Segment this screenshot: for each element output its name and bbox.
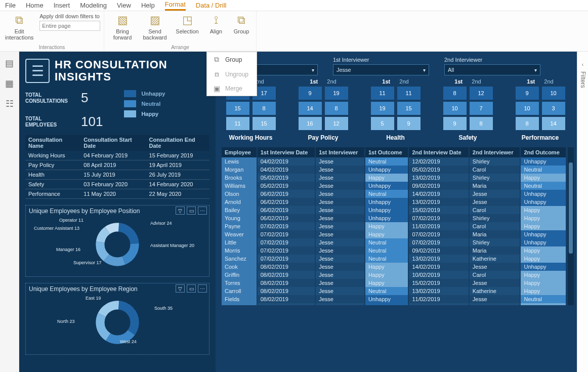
dt-header[interactable]: 2nd Outcome xyxy=(520,147,566,157)
table-row[interactable]: Payne07/02/2019JesseHappy11/02/2019Carol… xyxy=(222,222,566,230)
table-row[interactable]: Lewis04/02/2019JesseNeutral12/02/2019Shi… xyxy=(222,157,566,166)
matrix-cell[interactable]: 8 xyxy=(325,102,348,115)
filters-pane-collapsed[interactable]: ‹ Filters xyxy=(577,52,588,372)
bring-forward-button[interactable]: ▧ Bring forward xyxy=(109,13,136,40)
card1-focus-icon[interactable]: ▭ xyxy=(187,206,196,215)
card-employee-region[interactable]: Unique Employees by Employee Region ▽ ▭ … xyxy=(25,283,209,355)
table-row[interactable]: Young06/02/2019JesseUnhappy07/02/2019Shi… xyxy=(222,214,566,222)
matrix-cell[interactable]: 15 xyxy=(397,102,421,115)
outcome-matrix[interactable]: 1st2nd14151117815Working Hours1st2nd9141… xyxy=(222,78,574,141)
matrix-cell[interactable]: 8 xyxy=(470,117,493,130)
popup-merge[interactable]: ▣ Merge xyxy=(207,81,257,96)
table-row[interactable]: Arnold06/02/2019JesseUnhappy13/02/2019Je… xyxy=(222,198,566,206)
menu-view[interactable]: View xyxy=(117,2,131,9)
table-row[interactable]: Price08/02/2019JesseUnhappy11/02/2019Shi… xyxy=(222,303,566,305)
card-employee-position[interactable]: Unique Employees by Employee Position ▽ … xyxy=(25,205,209,277)
dt-header[interactable]: 2nd Interview Date xyxy=(408,147,469,157)
matrix-cell[interactable]: 15 xyxy=(226,102,249,115)
table-row[interactable]: Cook08/02/2019JesseHappy14/02/2019JesseU… xyxy=(222,263,566,271)
matrix-cell[interactable]: 19 xyxy=(325,87,348,100)
matrix-cell[interactable]: 7 xyxy=(470,102,493,115)
report-view-icon[interactable]: ▤ xyxy=(5,58,14,69)
card2-more-icon[interactable]: ⋯ xyxy=(198,284,207,293)
align-button[interactable]: ⟟ Align xyxy=(206,13,226,34)
matrix-cell[interactable]: 8 xyxy=(253,102,276,115)
matrix-cell[interactable]: 12 xyxy=(470,87,493,100)
card1-filter-icon[interactable]: ▽ xyxy=(176,206,185,215)
card1-more-icon[interactable]: ⋯ xyxy=(198,206,207,215)
matrix-cell[interactable]: 9 xyxy=(443,117,467,130)
drill-filters-input[interactable] xyxy=(39,21,100,31)
table-row[interactable]: Safety03 February 202014 February 2020 xyxy=(25,180,209,189)
table-row[interactable]: Sanchez07/02/2019JesseNeutral13/02/2019K… xyxy=(222,255,566,263)
table-row[interactable]: Performance11 May 202022 May 2020 xyxy=(25,189,209,199)
table-row[interactable]: Bailey06/02/2019JesseUnhappy15/02/2019Ca… xyxy=(222,206,566,214)
matrix-cell[interactable]: 14 xyxy=(299,102,322,115)
scrollbar-thumb[interactable] xyxy=(569,162,573,254)
matrix-cell[interactable]: 5 xyxy=(371,117,394,130)
table-row[interactable]: Little07/02/2019JesseNeutral07/02/2019Sh… xyxy=(222,238,566,246)
matrix-cell[interactable]: 10 xyxy=(516,102,539,115)
menu-data-drill[interactable]: Data / Drill xyxy=(196,2,227,9)
matrix-cell[interactable]: 16 xyxy=(299,117,322,130)
table-row[interactable]: Health15 July 201926 July 2019 xyxy=(25,170,209,180)
matrix-cell[interactable]: 11 xyxy=(371,87,394,100)
matrix-cell[interactable]: 12 xyxy=(325,117,348,130)
slicer-2nd[interactable]: All ▾ xyxy=(444,64,540,75)
table-row[interactable]: Olson06/02/2019JesseNeutral14/02/2019Jes… xyxy=(222,190,566,198)
matrix-cell[interactable]: 3 xyxy=(542,102,565,115)
card2-filter-icon[interactable]: ▽ xyxy=(176,284,185,293)
interview-table[interactable]: Employee1st Interview Date1st Interviewe… xyxy=(222,147,567,305)
menu-help[interactable]: Help xyxy=(141,2,155,9)
matrix-cell[interactable]: 10 xyxy=(542,87,565,100)
cons-header[interactable]: Consultation Start Date xyxy=(80,135,146,151)
matrix-cell[interactable]: 14 xyxy=(542,117,565,130)
dt-header[interactable]: 2nd Interviewer xyxy=(469,147,521,157)
matrix-cell[interactable]: 9 xyxy=(397,117,421,130)
card2-focus-icon[interactable]: ▭ xyxy=(187,284,196,293)
table-row[interactable]: Griffin08/02/2019JesseHappy10/02/2019Car… xyxy=(222,271,566,279)
data-view-icon[interactable]: ▦ xyxy=(5,78,14,89)
matrix-column[interactable]: 1st2nd81091278Safety xyxy=(439,78,497,141)
cons-header[interactable]: Consultation End Date xyxy=(146,135,209,151)
popup-group[interactable]: ⧉ Group xyxy=(207,52,257,67)
selection-pane-button[interactable]: ◳ Selection xyxy=(174,13,200,34)
matrix-cell[interactable]: 8 xyxy=(443,87,467,100)
dt-header[interactable]: 1st Interview Date xyxy=(257,147,315,157)
table-row[interactable]: Williams05/02/2019JesseUnhappy09/02/2019… xyxy=(222,182,566,190)
edit-interactions-button[interactable]: ⧉ Edit interactions xyxy=(5,13,33,40)
matrix-cell[interactable]: 15 xyxy=(253,117,276,130)
table-row[interactable]: Torres08/02/2019JesseHappy15/02/2019Jess… xyxy=(222,279,566,287)
table-row[interactable]: Morris07/02/2019JesseNeutral09/02/2019Ma… xyxy=(222,246,566,255)
matrix-column[interactable]: 1st2nd9141619812Pay Policy xyxy=(294,78,352,141)
menu-home[interactable]: Home xyxy=(26,2,44,9)
dt-header[interactable]: 1st Outcome xyxy=(365,147,409,157)
menu-modeling[interactable]: Modeling xyxy=(80,2,107,9)
model-view-icon[interactable]: ☷ xyxy=(6,98,14,109)
matrix-cell[interactable]: 9 xyxy=(516,87,539,100)
dt-header[interactable]: 1st Interviewer xyxy=(315,147,365,157)
table-row[interactable]: Fields08/02/2019JesseUnhappy11/02/2019Je… xyxy=(222,295,566,303)
consultation-table[interactable]: Consultation NameConsultation Start Date… xyxy=(25,135,209,199)
menu-file[interactable]: File xyxy=(5,2,16,9)
matrix-column[interactable]: 1st2nd910810314Performance xyxy=(511,78,569,141)
cons-header[interactable]: Consultation Name xyxy=(25,135,80,151)
table-row[interactable]: Brooks05/02/2019JesseHappy13/02/2019Shir… xyxy=(222,174,566,182)
matrix-cell[interactable]: 10 xyxy=(443,102,467,115)
table-row[interactable]: Weaver07/02/2019JesseHappy07/02/2019Mari… xyxy=(222,230,566,238)
table-row[interactable]: Pay Policy08 April 201919 April 2019 xyxy=(25,160,209,170)
table-row[interactable]: Working Hours04 February 201915 February… xyxy=(25,151,209,160)
table-row[interactable]: Carroll08/02/2019JesseNeutral13/02/2019K… xyxy=(222,287,566,295)
table-row[interactable]: Morgan04/02/2019JesseUnhappy05/02/2019Ca… xyxy=(222,166,566,174)
dt-header[interactable]: Employee xyxy=(222,147,257,157)
menu-insert[interactable]: Insert xyxy=(54,2,70,9)
matrix-column[interactable]: 1st2nd1119511159Health xyxy=(366,78,425,141)
matrix-cell[interactable]: 8 xyxy=(516,117,539,130)
matrix-cell[interactable]: 11 xyxy=(226,117,249,130)
matrix-cell[interactable]: 19 xyxy=(371,102,394,115)
table-scrollbar[interactable] xyxy=(568,147,574,305)
slicer-1st[interactable]: Jesse ▾ xyxy=(333,64,429,75)
group-button[interactable]: ⧉ Group xyxy=(232,13,251,34)
send-backward-button[interactable]: ▨ Send backward xyxy=(142,13,168,40)
popup-ungroup[interactable]: ⧈ Ungroup xyxy=(207,67,257,81)
